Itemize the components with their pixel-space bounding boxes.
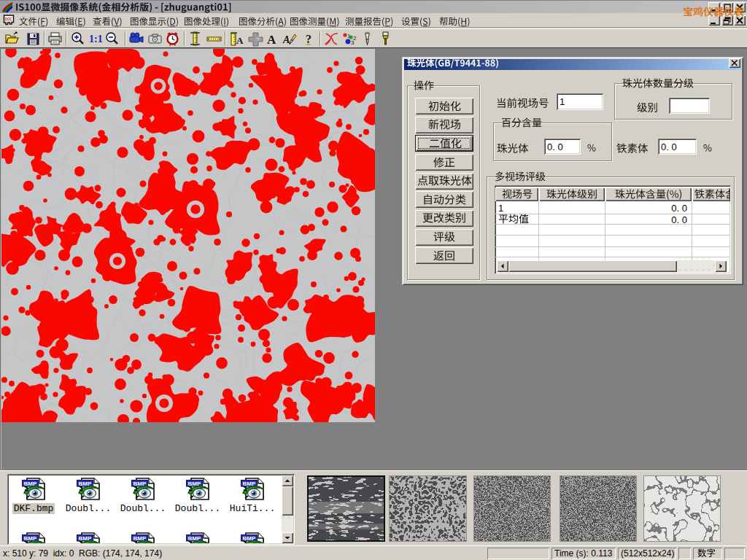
svg-text:A: A xyxy=(236,35,244,46)
svg-text:?: ? xyxy=(306,33,311,45)
svg-text:A: A xyxy=(267,33,276,47)
svg-text:1:1: 1:1 xyxy=(89,34,103,44)
svg-text:DOC: DOC xyxy=(5,18,13,21)
svg-text:A: A xyxy=(282,34,290,45)
svg-text:3: 3 xyxy=(351,39,355,46)
